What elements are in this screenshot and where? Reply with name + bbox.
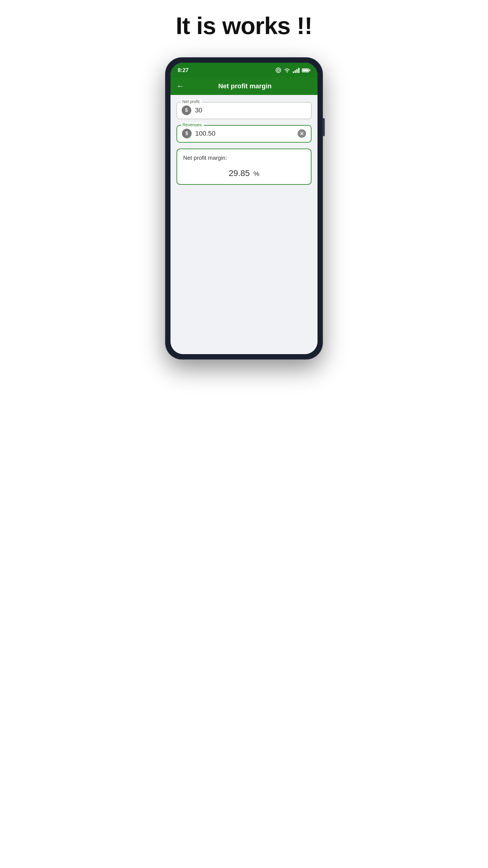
- phone-screen: 8:27: [170, 63, 318, 354]
- battery-icon: [302, 68, 310, 72]
- svg-point-2: [287, 71, 288, 73]
- revenues-field-wrapper: Revenues: $: [176, 125, 312, 143]
- toolbar-title: Net profit margin: [189, 82, 301, 90]
- status-icons: [275, 67, 310, 73]
- wifi-icon: [284, 67, 290, 73]
- status-bar: 8:27: [170, 63, 318, 77]
- net-profit-dollar-icon: $: [182, 105, 191, 115]
- revenues-row: $: [182, 129, 306, 138]
- app-toolbar: ← Net profit margin: [170, 77, 318, 95]
- revenues-input[interactable]: [195, 130, 294, 137]
- status-time: 8:27: [178, 67, 189, 73]
- app-content: Net profit: $ Revenues: $ Net profit mar: [170, 95, 318, 354]
- phone-mockup: 8:27: [166, 58, 322, 359]
- net-profit-row: $: [182, 105, 306, 115]
- back-button[interactable]: ←: [176, 82, 184, 91]
- net-profit-label: Net profit:: [181, 99, 202, 104]
- revenues-dollar-icon: $: [182, 129, 192, 138]
- revenues-label: Revenues:: [181, 122, 204, 127]
- clear-revenues-button[interactable]: [298, 129, 306, 138]
- net-profit-field-wrapper: Net profit: $: [176, 102, 312, 119]
- result-label: Net profit margin:: [183, 155, 305, 161]
- net-profit-input[interactable]: [195, 106, 306, 114]
- result-value: 29.85: [229, 168, 250, 178]
- page-headline: It is works !!: [176, 12, 313, 40]
- result-unit: %: [253, 170, 259, 178]
- signal-icon: [293, 67, 299, 73]
- notification-icon: [275, 67, 281, 73]
- result-row: 29.85 %: [183, 168, 305, 178]
- svg-point-0: [276, 68, 281, 73]
- result-box: Net profit margin: 29.85 %: [176, 149, 312, 185]
- svg-point-1: [278, 69, 280, 71]
